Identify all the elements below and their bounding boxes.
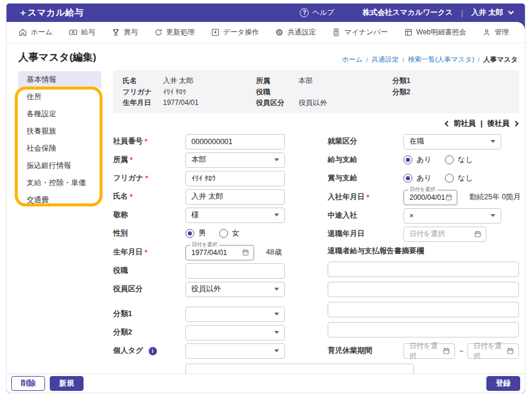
retire-note-input-4[interactable] [328, 322, 519, 337]
nav-item-payroll[interactable]: 給与 [69, 27, 95, 37]
app-logo[interactable]: ＋スマカル給与 [18, 7, 84, 18]
hire-date-picker[interactable]: 日付を選択 2000/04/01 [403, 190, 457, 205]
breadcrumb-link-settings[interactable]: 共通設定 [371, 55, 399, 64]
tenure-text: 勤続25年 0箇月 [469, 192, 521, 202]
breadcrumb-link-home[interactable]: ホーム [342, 55, 363, 64]
emp-no-input[interactable] [185, 134, 285, 149]
action-bar: 削除 新規 登録 [7, 374, 525, 393]
mid-career-select-value: × [409, 212, 414, 220]
info-icon[interactable]: i [149, 347, 157, 355]
nav-wrap: ホーム 給与 賞与 更新処理 データ操作 共通設定 [7, 22, 525, 43]
retire-note-input-2[interactable] [328, 282, 519, 297]
nav-item-label: 管理 [495, 27, 509, 37]
gender-option-male[interactable]: 男 [185, 228, 206, 238]
retire-date-picker[interactable]: 日付を選択 [403, 227, 486, 242]
nav-item-mynumber[interactable]: マイナンバー [332, 27, 387, 37]
chevron-down-icon [274, 158, 279, 161]
nav-item-update[interactable]: 更新処理 [154, 27, 195, 37]
submit-button[interactable]: 登録 [486, 376, 520, 391]
nav-item-web-statement[interactable]: Web明細書照会 [404, 27, 466, 37]
radio-unchecked-icon [219, 229, 228, 238]
name-input[interactable] [185, 189, 285, 205]
nav-item-label: 給与 [81, 27, 95, 37]
nav-item-settings[interactable]: 共通設定 [275, 27, 316, 37]
retire-note-input-3[interactable] [328, 302, 519, 317]
breadcrumb-link-search-list[interactable]: 検索一覧(人事マスタ) [408, 55, 475, 64]
help-label: ヘルプ [312, 8, 334, 18]
post-input[interactable] [185, 263, 285, 279]
required-mark: * [130, 193, 133, 201]
age-text: 48歳 [266, 247, 281, 257]
summary-dept-value: 本部 [299, 75, 313, 87]
user-menu[interactable]: 入井 太郎 [472, 8, 513, 18]
prev-employee-button[interactable]: 前社員 [446, 119, 476, 129]
radio-checked-icon [403, 155, 412, 164]
nav-item-label: Web明細書照会 [416, 27, 466, 37]
honorific-select[interactable]: 様 [185, 208, 285, 223]
app-header: ＋スマカル給与 ? ヘルプ 株式会社スマカルワークス | 入井 太郎 [7, 4, 525, 22]
breadcrumb-separator: / [366, 56, 368, 63]
bonus-pay-option-yes[interactable]: あり [403, 173, 432, 183]
class2-label: 分類2 [113, 327, 185, 337]
employment-class-select[interactable]: 在職 [403, 134, 501, 149]
dept-select[interactable]: 本部 [185, 152, 285, 168]
sidebar-item-social-insurance[interactable]: 社会保険 [18, 140, 101, 157]
nav-item-label: 更新処理 [166, 27, 195, 37]
retire-date-label: 退職年月日 [328, 229, 403, 239]
employment-class-select-value: 在職 [409, 136, 424, 147]
class1-label: 分類1 [113, 309, 185, 319]
summary-officer-value: 役員以外 [299, 97, 327, 109]
chevron-left-icon [444, 120, 450, 126]
delete-button[interactable]: 削除 [11, 376, 45, 391]
nav-item-label: 共通設定 [287, 27, 316, 37]
sidebar-item-various-settings[interactable]: 各種設定 [18, 106, 101, 123]
dept-select-value: 本部 [191, 155, 206, 165]
retire-date-placeholder: 日付を選択 [409, 229, 445, 239]
chevron-down-icon [274, 214, 279, 216]
birth-date-picker[interactable]: 日付を選択 1977/04/01 [185, 245, 254, 260]
required-mark: * [145, 249, 148, 257]
kana-input[interactable] [185, 171, 285, 186]
next-employee-button[interactable]: 後社員 [488, 119, 518, 129]
record-nav-separator: | [480, 119, 483, 128]
nav-item-data[interactable]: データ操作 [211, 27, 259, 37]
new-button[interactable]: 新規 [50, 376, 84, 391]
date-float-label: 日付を選択 [190, 242, 219, 247]
mid-career-select[interactable]: × [403, 208, 501, 224]
sidebar-item-address[interactable]: 住所 [18, 88, 101, 106]
sidebar-item-commuting[interactable]: 交通費 [18, 192, 101, 209]
class1-select[interactable] [185, 307, 285, 322]
gender-option-female[interactable]: 女 [219, 228, 240, 238]
summary-name-value: 入井 太郎 [163, 75, 193, 87]
page-title: 人事マスタ(編集) [18, 50, 97, 64]
childcare-to-date-picker[interactable]: 日付を選択 [467, 343, 519, 359]
sidebar-item-dependents[interactable]: 扶養親族 [18, 123, 101, 140]
mynumber-icon [332, 28, 341, 37]
hire-date-value: 2000/04/01 [409, 193, 445, 202]
nav-item-home[interactable]: ホーム [18, 27, 53, 37]
chevron-down-icon [274, 288, 279, 291]
record-navigation: 前社員 | 後社員 [113, 119, 518, 129]
personal-tag-select[interactable] [185, 343, 285, 359]
officer-class-select[interactable]: 役員以外 [185, 282, 285, 297]
nav-item-bonus[interactable]: 賞与 [111, 27, 138, 37]
retire-note-input-1[interactable] [328, 262, 519, 277]
salary-pay-option-no[interactable]: なし [445, 155, 473, 165]
help-button[interactable]: ? ヘルプ [300, 8, 334, 18]
bonus-pay-option-no[interactable]: なし [445, 173, 473, 183]
sidebar-item-basic-info[interactable]: 基本情報 [18, 71, 101, 88]
sidebar-item-payment-deduction[interactable]: 支給・控除・単価 [18, 174, 101, 192]
radio-checked-icon [185, 229, 194, 238]
required-mark: * [145, 174, 148, 183]
sidebar-item-bank-transfer[interactable]: 振込銀行情報 [18, 157, 101, 174]
chevron-right-icon [513, 120, 519, 126]
childcare-from-date-picker[interactable]: 日付を選択 [403, 343, 455, 359]
salary-pay-option-yes[interactable]: あり [403, 155, 432, 165]
nav-item-admin[interactable]: 管理 [482, 27, 509, 37]
main-nav: ホーム 給与 賞与 更新処理 データ操作 共通設定 [7, 22, 525, 43]
bonus-pay-label: 賞与支給 [328, 173, 403, 183]
hire-date-label: 入社年月日* [328, 192, 403, 202]
breadcrumb-current: 人事マスタ [483, 55, 518, 64]
class2-select[interactable] [185, 325, 285, 340]
calendar-icon [445, 193, 453, 201]
